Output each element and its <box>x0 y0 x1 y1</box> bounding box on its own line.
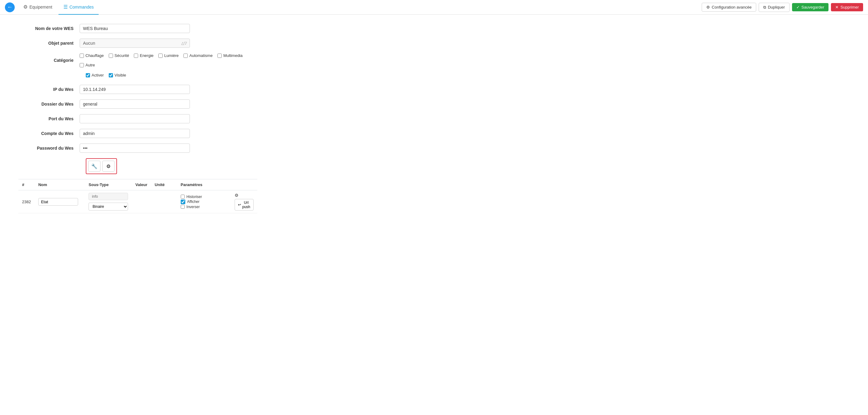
chauffage-checkbox[interactable] <box>80 54 84 58</box>
securite-checkbox[interactable] <box>109 54 113 58</box>
objet-parent-label: Objet parent <box>19 41 80 45</box>
categorie-lumiere[interactable]: Lumière <box>158 53 179 58</box>
config-icon: ⚙ <box>706 5 710 9</box>
ip-wes-input[interactable] <box>80 85 190 94</box>
tab-equipement[interactable]: ⚙ Equipement <box>19 0 57 15</box>
col-actions <box>231 179 257 191</box>
col-id: # <box>19 179 35 191</box>
nom-wes-label: Nom de votre WES <box>19 26 80 31</box>
activer-checkbox[interactable] <box>86 73 90 77</box>
historiser-label: Historiser <box>187 195 202 199</box>
back-button[interactable]: ← <box>5 2 15 12</box>
gear-icon: ⚙ <box>106 164 111 169</box>
objet-parent-group: Objet parent Aucun △▽ <box>19 39 257 48</box>
dossier-wes-input[interactable] <box>80 100 190 109</box>
param-historiser[interactable]: Historiser <box>181 195 227 199</box>
lumiere-checkbox[interactable] <box>158 54 163 58</box>
categorie-automatisme[interactable]: Automatisme <box>183 53 213 58</box>
dossier-wes-label: Dossier du Wes <box>19 102 80 106</box>
soustype-select[interactable]: Binaire Numérique Autre <box>89 203 128 211</box>
categorie-autre[interactable]: Autre <box>80 63 95 67</box>
inverser-checkbox[interactable] <box>181 205 185 209</box>
row-params: Historiser Afficher Inverser <box>177 191 231 213</box>
param-inverser[interactable]: Inverser <box>181 205 227 209</box>
dupliquer-button[interactable]: ⧉ Dupliquer <box>759 3 789 12</box>
soustype-badge: info <box>89 193 128 200</box>
port-wes-label: Port du Wes <box>19 116 80 121</box>
port-wes-input[interactable] <box>80 114 190 123</box>
compte-wes-label: Compte du Wes <box>19 131 80 136</box>
automatisme-checkbox[interactable] <box>183 54 188 58</box>
col-params: Paramètres <box>177 179 231 191</box>
sauvegarder-button[interactable]: ✓ Sauvegarder <box>792 3 829 11</box>
password-wes-input[interactable] <box>80 143 190 153</box>
url-push-label: Url push <box>242 201 250 209</box>
config-avancee-button[interactable]: ⚙ Configuration avancée <box>702 3 756 12</box>
table-header-row: # Nom Sous-Type Valeur Unité Paramètres <box>19 179 257 191</box>
row-actions: ⚙ ↩ Url push <box>231 191 257 213</box>
objet-parent-select-wrapper: Aucun △▽ <box>80 39 190 48</box>
col-valeur: Valeur <box>132 179 151 191</box>
param-afficher[interactable]: Afficher <box>181 200 227 204</box>
url-push-button[interactable]: ↩ Url push <box>235 199 254 211</box>
wrench-button[interactable]: 🔧 <box>88 161 100 172</box>
col-unite: Unité <box>151 179 177 191</box>
nom-input[interactable] <box>38 198 78 206</box>
activer-label: Activer <box>92 73 104 77</box>
supprimer-label: Supprimer <box>840 5 859 9</box>
visible-label: Visible <box>115 73 126 77</box>
params-list: Historiser Afficher Inverser <box>181 195 227 209</box>
main-content: Nom de votre WES Objet parent Aucun △▽ C… <box>0 15 276 222</box>
categorie-group: Catégorie Chauffage Sécurité Energie Lum… <box>19 53 257 67</box>
compte-wes-group: Compte du Wes <box>19 129 257 138</box>
multimedia-label: Multimedia <box>223 53 243 58</box>
row-unite <box>151 191 177 213</box>
ip-wes-label: IP du Wes <box>19 87 80 92</box>
visible-checkbox[interactable] <box>109 73 113 77</box>
visible-item[interactable]: Visible <box>109 73 126 77</box>
header-actions: ⚙ Configuration avancée ⧉ Dupliquer ✓ Sa… <box>702 3 863 12</box>
categorie-energie[interactable]: Energie <box>134 53 153 58</box>
tab-commandes[interactable]: ☰ Commandes <box>59 0 99 15</box>
row-valeur <box>132 191 151 213</box>
table-row: 2382 info Binaire Numérique Autre <box>19 191 257 213</box>
row-gear-icon: ⚙ <box>235 193 239 198</box>
tools-box: 🔧 ⚙ <box>86 158 117 174</box>
soustype-cell: info Binaire Numérique Autre <box>89 193 128 211</box>
multimedia-checkbox[interactable] <box>217 54 222 58</box>
password-wes-group: Password du Wes <box>19 143 257 153</box>
save-icon: ✓ <box>796 5 800 9</box>
nom-wes-input[interactable] <box>80 24 190 33</box>
dupliquer-label: Dupliquer <box>768 5 785 9</box>
config-avancee-label: Configuration avancée <box>712 5 752 9</box>
supprimer-button[interactable]: ✕ Supprimer <box>831 3 863 11</box>
col-soustype: Sous-Type <box>85 179 132 191</box>
commandes-tab-icon: ☰ <box>63 4 68 10</box>
activer-item[interactable]: Activer <box>86 73 104 77</box>
autre-checkbox[interactable] <box>80 63 84 67</box>
commands-table: # Nom Sous-Type Valeur Unité Paramètres … <box>19 179 257 213</box>
afficher-checkbox[interactable] <box>181 200 185 204</box>
categorie-chauffage[interactable]: Chauffage <box>80 53 104 58</box>
autre-label: Autre <box>86 63 95 67</box>
historiser-checkbox[interactable] <box>181 195 185 199</box>
activer-visible-row: Activer Visible <box>86 73 257 77</box>
categorie-multimedia[interactable]: Multimedia <box>217 53 243 58</box>
energie-checkbox[interactable] <box>134 54 138 58</box>
dossier-wes-group: Dossier du Wes <box>19 100 257 109</box>
inverser-label: Inverser <box>187 205 200 209</box>
objet-parent-select[interactable]: Aucun <box>80 39 190 48</box>
tab-commandes-label: Commandes <box>69 5 94 9</box>
port-wes-group: Port du Wes <box>19 114 257 123</box>
lumiere-label: Lumière <box>164 53 179 58</box>
energie-label: Energie <box>140 53 153 58</box>
afficher-label: Afficher <box>187 200 199 204</box>
gear-button[interactable]: ⚙ <box>102 161 115 172</box>
categorie-securite[interactable]: Sécurité <box>109 53 129 58</box>
row-soustype: info Binaire Numérique Autre <box>85 191 132 213</box>
row-nom <box>35 191 85 213</box>
securite-label: Sécurité <box>115 53 129 58</box>
sauvegarder-label: Sauvegarder <box>802 5 824 9</box>
compte-wes-input[interactable] <box>80 129 190 138</box>
ip-wes-group: IP du Wes <box>19 85 257 94</box>
